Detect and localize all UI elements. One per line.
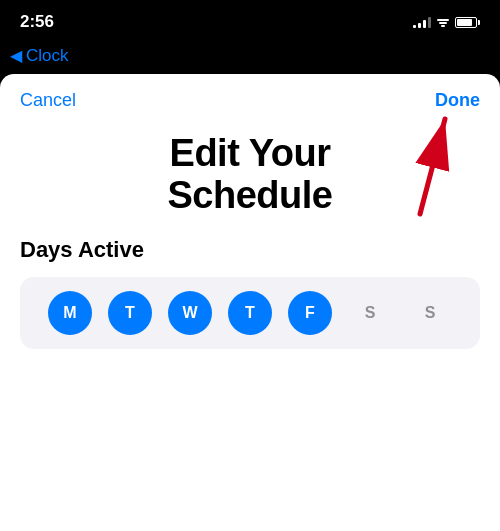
back-nav[interactable]: ◀ Clock — [0, 44, 500, 74]
title-line2: Schedule — [168, 174, 333, 216]
day-circle-4[interactable]: F — [288, 291, 332, 335]
back-chevron-icon: ◀ — [10, 48, 22, 64]
wifi-icon — [437, 19, 449, 27]
day-circle-0[interactable]: M — [48, 291, 92, 335]
days-label: Days Active — [20, 237, 480, 263]
status-time: 2:56 — [20, 12, 54, 32]
title-line1: Edit Your — [170, 132, 331, 174]
day-circle-3[interactable]: T — [228, 291, 272, 335]
status-icons — [413, 16, 480, 28]
main-card: Cancel Done Edit Your Schedule Days Acti… — [0, 74, 500, 531]
card-nav: Cancel Done — [0, 74, 500, 123]
day-circle-6[interactable]: S — [408, 291, 452, 335]
done-button[interactable]: Done — [435, 90, 480, 111]
battery-icon — [455, 17, 480, 28]
title-section: Edit Your Schedule — [0, 123, 500, 237]
status-bar: 2:56 — [0, 0, 500, 44]
cancel-button[interactable]: Cancel — [20, 90, 76, 111]
days-section: Days Active MTWTFSS — [0, 237, 500, 349]
days-container: MTWTFSS — [20, 277, 480, 349]
day-circle-5[interactable]: S — [348, 291, 392, 335]
back-label: Clock — [26, 46, 69, 66]
day-circle-1[interactable]: T — [108, 291, 152, 335]
signal-icon — [413, 16, 431, 28]
day-circle-2[interactable]: W — [168, 291, 212, 335]
page-title: Edit Your Schedule — [30, 133, 470, 217]
